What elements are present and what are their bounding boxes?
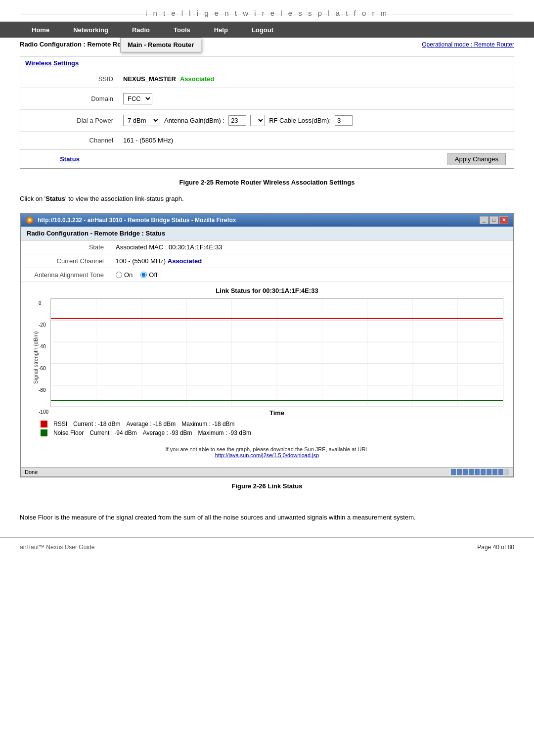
prog-seg-9 (498, 469, 503, 475)
power-content: 7 dBm 10 dBm 15 dBm Antenna Gain(dBm) : … (119, 113, 514, 128)
channel-label: Channel (20, 137, 119, 144)
status-link[interactable]: Status (60, 155, 80, 163)
nav-dropdown: Main - Remote Router (120, 38, 201, 52)
footer-brand: airHaul™ Nexus User Guide (20, 544, 94, 551)
ff-channel-value: 100 - (5500 MHz) Associated (110, 254, 513, 268)
rssi-maximum: Maximum : -18 dBm (181, 421, 234, 427)
ff-antenna-row: Antenna Alignment Tone On Off (21, 268, 513, 282)
noise-label: Noise Floor (53, 429, 84, 436)
tone-off-label: Off (149, 271, 157, 279)
tone-on-option[interactable]: On (116, 271, 133, 279)
navbar: Home Networking Radio Main - Remote Rout… (0, 22, 534, 38)
header-tagline: i n t e l l i g e n t w i r e l e s s p … (145, 9, 389, 17)
firefox-window: http://10.0.3.232 - airHaul 3010 - Remot… (20, 213, 514, 477)
ssid-associated: Associated (180, 75, 214, 83)
firefox-icon (26, 216, 34, 224)
power-row: Dial a Power 7 dBm 10 dBm 15 dBm Antenna… (20, 110, 514, 132)
figure2-caption: Figure 2-26 Link Status (20, 482, 514, 490)
legend-row-noise: Noise Floor Current : -94 dBm Average : … (41, 429, 493, 436)
prog-seg-5 (475, 469, 480, 475)
nav-home[interactable]: Home (20, 22, 61, 38)
prog-seg-2 (457, 469, 462, 475)
ytick-100: -100 (39, 409, 48, 415)
prog-seg-10 (504, 469, 509, 475)
figure1-caption: Figure 2-25 Remote Router Wireless Assoc… (20, 179, 514, 186)
rssi-label: RSSI (53, 421, 67, 427)
footer-page: Page 40 of 80 (477, 544, 514, 551)
cable-loss-input[interactable] (335, 115, 353, 126)
noise-maximum: Maximum : -93 dBm (198, 429, 251, 436)
ytick-40: -40 (39, 344, 48, 349)
svg-point-2 (29, 219, 31, 221)
ff-section-header: Radio Configuration - Remote Bridge : St… (21, 227, 513, 240)
ytick-20: -20 (39, 322, 48, 328)
bottom-body-text: Noise Floor is the measure of the signal… (0, 513, 534, 523)
page-footer: airHaul™ Nexus User Guide Page 40 of 80 (0, 537, 534, 557)
wireless-settings-header: Wireless Settings (20, 56, 514, 70)
ff-table: State Associated MAC : 00:30:1A:1F:4E:33… (21, 240, 513, 282)
rssi-color-box (41, 421, 47, 427)
ff-state-value: Associated MAC : 00:30:1A:1F:4E:33 (110, 240, 513, 254)
ff-state-label: State (21, 240, 110, 254)
nav-radio[interactable]: Radio Main - Remote Router (120, 22, 162, 38)
ssid-row: SSID NEXUS_MASTER Associated (20, 70, 514, 88)
nav-tools[interactable]: Tools (162, 22, 202, 38)
graph-canvas (50, 298, 503, 407)
java-note-text: If you are not able to see the graph, pl… (166, 446, 369, 452)
close-button[interactable]: ✕ (499, 216, 508, 224)
tone-on-label: On (124, 271, 133, 279)
graph-title: Link Status for 00:30:1A:1F:4E:33 (31, 287, 503, 294)
rssi-current: Current : -18 dBm (73, 421, 120, 427)
nav-networking[interactable]: Networking (61, 22, 120, 38)
breadcrumb-bar: Radio Configuration : Remote Router - Ma… (0, 38, 534, 51)
power-label: Dial a Power (20, 117, 119, 124)
prog-seg-8 (492, 469, 497, 475)
tone-off-option[interactable]: Off (140, 271, 157, 279)
minimize-button[interactable]: _ (480, 216, 489, 224)
ff-antenna-label: Antenna Alignment Tone (21, 268, 110, 282)
ff-channel-associated: Associated (168, 257, 202, 265)
java-link[interactable]: http://java.sun.com/j2se/1.5.0/download.… (215, 452, 319, 458)
nav-logout[interactable]: Logout (240, 22, 285, 38)
antenna-tone-group: On Off (116, 271, 507, 279)
rssi-average: Average : -18 dBm (126, 421, 176, 427)
channel-row: Channel 161 - (5805 MHz) (20, 132, 514, 149)
legend-row-rssi: RSSI Current : -18 dBm Average : -18 dBm… (41, 421, 493, 427)
prog-seg-3 (463, 469, 468, 475)
breadcrumb-right[interactable]: Operational mode : Remote Router (422, 41, 514, 48)
header-banner: i n t e l l i g e n t w i r e l e s s p … (0, 0, 534, 22)
domain-content: FCC ETSI (119, 91, 514, 106)
graph-area: Link Status for 00:30:1A:1F:4E:33 Signal… (21, 282, 513, 467)
ff-statusbar: Done (21, 467, 513, 476)
apply-changes-button[interactable]: Apply Changes (447, 153, 506, 165)
antenna-gain-select[interactable]: ▼ (250, 115, 265, 126)
restore-button[interactable]: □ (490, 216, 498, 224)
ff-antenna-value: On Off (110, 268, 513, 282)
channel-content: 161 - (5805 MHz) (119, 135, 514, 146)
noise-color-box (41, 429, 47, 436)
wireless-settings-section: Wireless Settings SSID NEXUS_MASTER Asso… (20, 56, 514, 169)
antenna-gain-input[interactable] (228, 115, 246, 126)
java-note: If you are not able to see the graph, pl… (31, 446, 503, 458)
tone-off-radio[interactable] (140, 272, 147, 278)
ff-status-text: Done (25, 469, 38, 475)
wireless-settings-link[interactable]: Wireless Settings (25, 59, 79, 67)
ff-channel-row: Current Channel 100 - (5500 MHz) Associa… (21, 254, 513, 268)
dropdown-main-remote[interactable]: Main - Remote Router (121, 38, 201, 52)
nav-help[interactable]: Help (202, 22, 240, 38)
noise-average: Average : -93 dBm (143, 429, 192, 436)
domain-select[interactable]: FCC ETSI (123, 93, 152, 104)
tone-on-radio[interactable] (116, 272, 122, 278)
firefox-win-controls: _ □ ✕ (480, 216, 508, 224)
ytick-0: 0 (39, 300, 48, 306)
ytick-80: -80 (39, 387, 48, 393)
body-text-1: Click on 'Status' to view the associatio… (20, 194, 514, 204)
y-axis-label: Signal strength (dBm) (31, 298, 39, 417)
firefox-title-left: http://10.0.3.232 - airHaul 3010 - Remot… (26, 216, 236, 224)
ytick-60: -60 (39, 366, 48, 371)
power-select[interactable]: 7 dBm 10 dBm 15 dBm (123, 115, 160, 126)
firefox-title-text: http://10.0.3.232 - airHaul 3010 - Remot… (38, 217, 236, 224)
x-axis-label: Time (50, 409, 503, 417)
channel-value: 161 - (5805 MHz) (123, 137, 173, 144)
graph-container: Signal strength (dBm) 0 -20 -40 -60 -80 … (31, 298, 503, 417)
